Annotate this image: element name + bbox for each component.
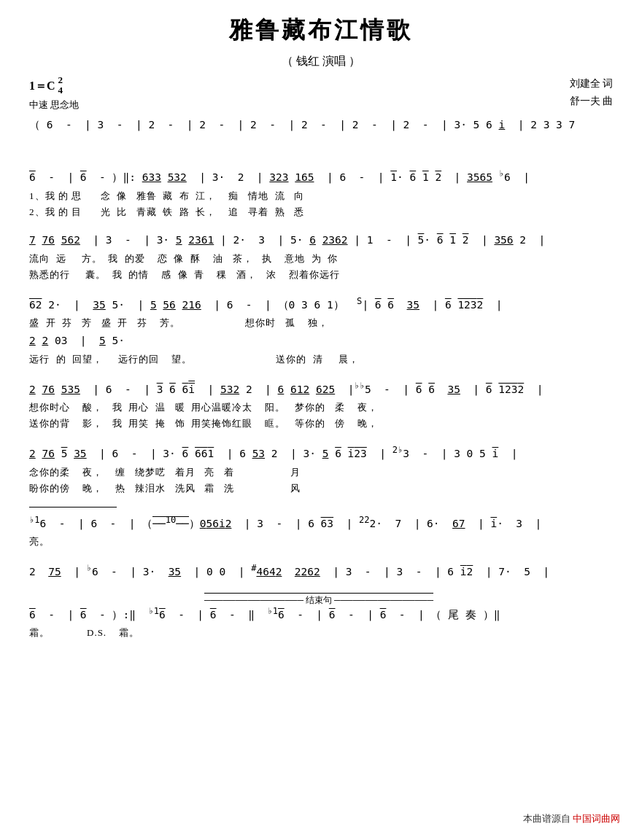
notation-line-4b: 2 2 03 | 5 5· — [29, 331, 613, 351]
lyrics-line-4b: 远行 的 回望， 远行的回 望。 送你的 清 晨， — [29, 351, 613, 368]
notation-line-7: ♭16 - | 6 - | （──10──）056i2 | 3 - | 6 63… — [29, 512, 613, 534]
notation-line-1: （ 6 - | 3 - | 2 - | 2 - | 2 - | 2 - | 2 … — [29, 115, 613, 136]
notation-section-5: 2 76 535 | 6 - | 3 6 6i | 532 2 | 6 612 … — [29, 378, 613, 432]
lyrics-line-3a: 流向 远 方。 我 的爱 恋 像 酥 油 茶， 执 意地 为 你 — [29, 251, 613, 267]
time-top: 2 — [58, 75, 63, 85]
notation-line-8: 2 75 | ♭6 - | 3· 35 | 0 0 | #4642 2262 |… — [29, 560, 613, 582]
lyrics-line-3b: 熟悉的行 囊。 我 的情 感 像 青 稞 酒， 浓 烈着你远行 — [29, 267, 613, 283]
notation-section-3: 7 76 562 | 3 - | 3· 5 2361 | 2· 3 | 5· 6… — [29, 230, 613, 283]
notation-line-6: 2 76 5 35 | 6 - | 3· 6 661 | 6 53 2 | 3·… — [29, 442, 613, 464]
composer-line2: 舒一夫 曲 — [570, 93, 614, 110]
notation-line-5: 2 76 535 | 6 - | 3 6 6i | 532 2 | 6 612 … — [29, 378, 613, 400]
page-title: 雅鲁藏布江情歌 — [29, 15, 613, 47]
time-bottom: 4 — [58, 85, 63, 96]
notation-section-1: （ 6 - | 3 - | 2 - | 2 - | 2 - | 2 - | 2 … — [29, 115, 613, 136]
lyrics-line-6a: 念你的柔 夜， 缠 绕梦呓 着月 亮 着 月 — [29, 464, 613, 481]
lyrics-line-6b: 盼你的傍 晚， 热 辣泪水 洗风 霜 洗 风 — [29, 481, 613, 497]
lyrics-line-5b: 送你的背 影， 我 用笑 掩 饰 用笑掩饰红眼 眶。 等你的 傍 晚， — [29, 416, 613, 432]
composer-info: 刘建全 词 舒一夫 曲 — [570, 75, 614, 110]
tempo: 中速 思念地 — [29, 98, 79, 113]
notation-section-8: 2 75 | ♭6 - | 3· 35 | 0 0 | #4642 2262 |… — [29, 560, 613, 582]
lyrics-line-4a: 盛 开 芬 芳 盛 开 芬 芳。 想你时 孤 独， — [29, 315, 613, 331]
footer-text: 本曲谱源自 — [523, 813, 571, 824]
notation-line-4: 62 2· | 35 5· | 5 56 216 | 6 - | （0 3 6 … — [29, 293, 613, 315]
composer-line1: 刘建全 词 — [570, 75, 614, 93]
notation-line-2a: 6 - | 6 - ）‖: 633 532 | 3· 2 | 323 165 |… — [29, 146, 613, 188]
lyrics-line-2a: 1、我 的 思 念 像 雅鲁 藏 布 江， 痴 情地 流 向 — [29, 188, 613, 204]
key-info: 1＝C 2 4 中速 思念地 — [29, 75, 79, 112]
lyrics-line-7: 亮。 — [29, 534, 613, 550]
lyrics-line-2b: 2、我 的 目 光 比 青藏 铁 路 长， 追 寻着 熟 悉 — [29, 204, 613, 220]
section-divider — [29, 507, 117, 508]
notation-section-7: ♭16 - | 6 - | （──10──）056i2 | 3 - | 6 63… — [29, 512, 613, 550]
notation-section-9: ──────────────── 结束句 ──────────────── 6 … — [29, 593, 613, 641]
notation-line-3: 7 76 562 | 3 - | 3· 5 2361 | 2· 3 | 5· 6… — [29, 230, 613, 251]
notation-section-4: 62 2· | 35 5· | 5 56 216 | 6 - | （0 3 6 … — [29, 293, 613, 368]
lyrics-line-9: 霜。 D.S. 霜。 — [29, 625, 613, 641]
notation-section-2: 6 - | 6 - ）‖: 633 532 | 3· 2 | 323 165 |… — [29, 146, 613, 220]
footer-link[interactable]: 中国词曲网 — [573, 813, 620, 824]
lyrics-line-5a: 想你时心 酸， 我 用心 温 暖 用心温暖冷太 阳。 梦你的 柔 夜， — [29, 400, 613, 416]
subtitle: （ 钱红 演唱 ） — [29, 54, 613, 69]
key-label: 1＝C — [29, 77, 55, 96]
notation-section-6: 2 76 5 35 | 6 - | 3· 6 661 | 6 53 2 | 3·… — [29, 442, 613, 497]
ending-bracket: ──────────────── 结束句 ──────────────── — [204, 593, 433, 607]
footer: 本曲谱源自 中国词曲网 — [523, 812, 620, 825]
